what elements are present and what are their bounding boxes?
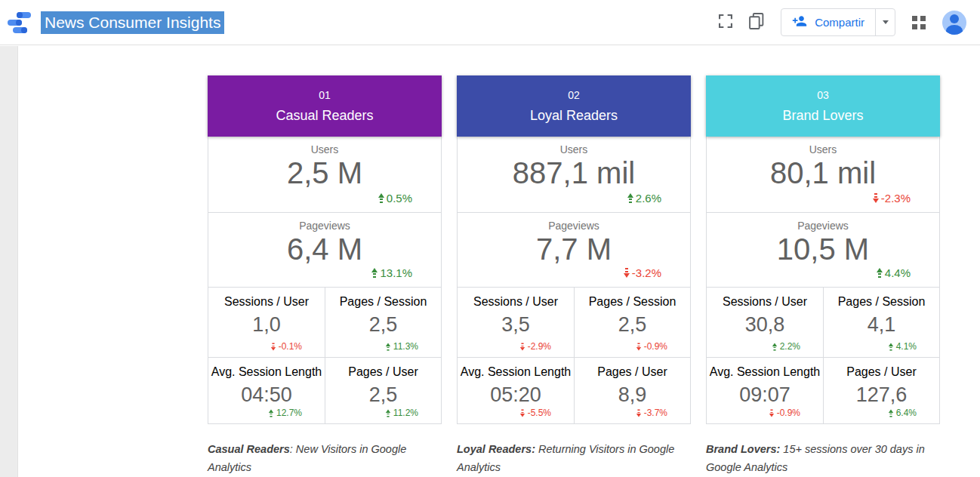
metric-row: Sessions / User 30,8 2.2% Pages / Sessio… [707,287,939,357]
metric-label: Sessions / User [208,295,325,309]
metric-pages-per-session: Pages / Session 4,1 4.1% [823,288,939,357]
metric-label: Pageviews [208,220,441,232]
metric-pageviews: Pageviews 10,5 M 4.4% [707,212,939,287]
metric-value: 3,5 [458,313,574,337]
trend-arrow-icon [271,343,276,350]
card-number: 03 [706,89,940,101]
user-avatar[interactable] [942,11,966,35]
metric-change: 11.2% [385,408,418,418]
metric-change: 0.5% [378,192,412,205]
metric-change: -3.7% [636,408,667,418]
metric-row: Avg. Session Length 09:07 -0.9% Pages / … [707,357,939,423]
scorecard-brand-lovers: 03 Brand Lovers Users 80,1 mil -2.3% Pag… [706,75,940,424]
metric-label: Avg. Session Length [707,365,823,379]
footnote-loyal-readers: Loyal Readers: Returning Visitors in Goo… [457,440,685,476]
toolbar-actions: Compartir [719,8,971,36]
metric-label: Avg. Session Length [458,365,574,379]
trend-arrow-icon [636,409,641,417]
metric-sessions-per-user: Sessions / User 1,0 -0.1% [208,288,325,357]
trend-arrow-icon [378,193,384,203]
share-dropdown-toggle[interactable] [875,9,895,35]
trend-arrow-icon [636,343,641,350]
card-body: Users 80,1 mil -2.3% Pageviews 10,5 M 4.… [706,137,940,424]
metric-label: Avg. Session Length [208,365,325,379]
metric-pageviews: Pageviews 7,7 M -3.2% [458,212,690,287]
metric-label: Pages / Session [325,295,441,309]
card-header: 02 Loyal Readers [457,75,691,137]
fullscreen-icon [719,14,732,30]
metric-change: 11.3% [385,341,418,352]
metric-value: 2,5 [325,383,441,407]
card-title: Casual Readers [208,108,442,124]
metric-label: Pageviews [458,220,690,232]
metric-change: 4.4% [877,266,911,279]
metric-change: -0.9% [636,341,667,352]
trend-arrow-icon [386,343,390,350]
card-number: 02 [457,89,691,101]
metric-avg-session-length: Avg. Session Length 05:20 -5.5% [458,358,574,423]
looker-studio-logo-icon[interactable] [6,9,33,36]
metric-value: 6,4 M [208,232,441,266]
metric-change: 12.7% [268,408,302,418]
card-body: Users 887,1 mil 2.6% Pageviews 7,7 M -3.… [457,137,691,424]
metric-avg-session-length: Avg. Session Length 09:07 -0.9% [707,358,823,423]
metric-users: Users 887,1 mil 2.6% [458,137,690,212]
fullscreen-button[interactable] [719,14,732,30]
scorecard-casual-readers: 01 Casual Readers Users 2,5 M 0.5% Pagev… [208,75,442,424]
share-button-label: Compartir [815,16,864,29]
card-header: 03 Brand Lovers [706,75,940,137]
metric-change: -0.9% [769,408,800,418]
share-button-main[interactable]: Compartir [781,14,875,32]
metric-value: 4,1 [824,313,939,337]
trend-arrow-icon [624,268,630,278]
metric-row: Sessions / User 1,0 -0.1% Pages / Sessio… [208,287,441,357]
avatar-person-icon [950,14,959,23]
copy-pages-icon [749,13,764,32]
looker-studio-viewer: News Consumer Insights [0,0,980,477]
metric-avg-session-length: Avg. Session Length 04:50 12.7% [208,358,325,423]
trend-arrow-icon [627,193,633,203]
metric-change: -5.5% [519,408,551,418]
card-body: Users 2,5 M 0.5% Pageviews 6,4 M 13.1% [208,137,442,424]
metric-pages-per-user: Pages / User 8,9 -3.7% [574,358,690,423]
metric-value: 05:20 [458,383,574,407]
copy-report-button[interactable] [749,13,764,32]
apps-grid-icon[interactable] [912,16,926,29]
trend-arrow-icon [877,268,883,278]
metric-users: Users 2,5 M 0.5% [208,137,441,212]
scorecard-loyal-readers: 02 Loyal Readers Users 887,1 mil 2.6% Pa… [457,75,691,424]
metric-label: Users [458,143,690,155]
metric-pageviews: Pageviews 6,4 M 13.1% [208,212,441,287]
card-number: 01 [208,89,442,101]
metric-users: Users 80,1 mil -2.3% [707,137,939,212]
metric-row: Avg. Session Length 05:20 -5.5% Pages / … [458,357,690,423]
metric-label: Pages / Session [824,295,939,309]
trend-arrow-icon [772,343,777,350]
metric-change: 4.1% [888,341,917,352]
metric-change: 6.4% [888,408,917,418]
metric-change: 2.6% [627,192,661,205]
metric-label: Sessions / User [458,295,574,309]
trend-arrow-icon [769,409,774,417]
trend-arrow-icon [889,343,893,350]
metric-change: 2.2% [772,341,800,352]
trend-arrow-icon [371,268,378,278]
metric-value: 887,1 mil [458,156,690,189]
top-toolbar: News Consumer Insights [0,0,980,45]
metric-sessions-per-user: Sessions / User 30,8 2.2% [707,288,823,357]
metric-label: Pages / User [325,365,441,379]
metric-value: 2,5 [575,313,690,337]
metric-value: 1,0 [208,313,325,337]
metric-change: -2.3% [873,192,911,205]
metric-change: -0.1% [270,341,302,352]
report-title[interactable]: News Consumer Insights [41,11,224,34]
share-button[interactable]: Compartir [781,8,895,36]
trend-arrow-icon [520,409,525,417]
metric-label: Pages / User [824,365,939,379]
metric-value: 127,6 [824,383,939,407]
metric-change: -2.9% [519,341,551,352]
metric-value: 09:07 [707,383,823,407]
metric-value: 80,1 mil [707,156,939,189]
chevron-down-icon [883,20,889,24]
metric-value: 8,9 [575,383,690,407]
